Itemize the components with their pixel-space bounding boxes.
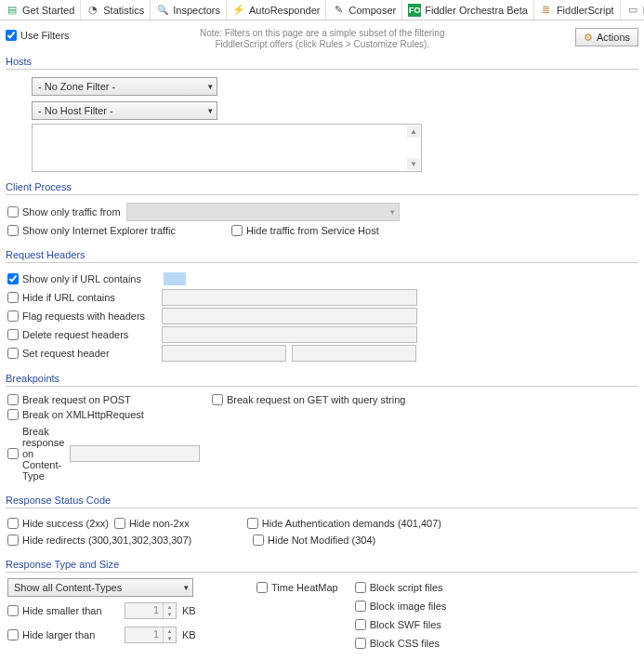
use-filters-label: Use Filters <box>20 30 70 41</box>
tab-label: Get Started <box>22 5 74 16</box>
show-url-contains-input[interactable] <box>7 273 19 284</box>
show-ie-checkbox[interactable]: Show only Internet Explorer traffic <box>7 225 176 236</box>
tab-composer[interactable]: Composer <box>326 0 402 20</box>
content-type-select[interactable]: Show all Content-Types ▾ <box>7 578 193 597</box>
fo-icon: FO <box>408 4 421 17</box>
flag-requests-headers-checkbox[interactable]: Flag requests with headers <box>7 310 156 322</box>
hide-url-contains-input[interactable] <box>7 292 19 303</box>
zone-filter-select[interactable]: - No Zone Filter - ▾ <box>32 77 217 96</box>
breakpoints-title: Breakpoints <box>6 373 638 384</box>
status-code-title: Response Status Code <box>6 495 638 506</box>
type-size-title: Response Type and Size <box>6 559 638 570</box>
hide-service-host-input[interactable] <box>231 225 243 236</box>
tab-label: Fiddler Orchestra Beta <box>425 5 528 16</box>
tab-get-started[interactable]: Get Started <box>0 0 81 20</box>
tab-orchestra[interactable]: FO Fiddler Orchestra Beta <box>402 0 534 20</box>
set-request-header-name-field[interactable] <box>162 345 286 362</box>
process-select[interactable]: ▾ <box>126 203 400 221</box>
hide-larger-spinner[interactable]: 1 ▲▼ <box>125 627 177 643</box>
hide-service-host-checkbox[interactable]: Hide traffic from Service Host <box>231 225 379 236</box>
scroll-up-icon[interactable] <box>407 125 420 138</box>
actions-button[interactable]: Actions <box>575 28 638 46</box>
hosts-textarea[interactable] <box>32 124 422 172</box>
set-request-header-input[interactable] <box>7 348 19 359</box>
delete-request-headers-input[interactable] <box>7 329 19 340</box>
scroll-down-icon[interactable] <box>407 158 420 170</box>
host-filter-select[interactable]: - No Host Filter - ▾ <box>32 101 217 120</box>
set-request-header-checkbox[interactable]: Set request header <box>7 348 156 359</box>
tab-log[interactable]: Log <box>621 0 644 20</box>
kb-label: KB <box>182 629 196 640</box>
break-get-checkbox[interactable]: Break request on GET with query string <box>212 394 405 405</box>
hide-url-contains-field[interactable] <box>162 289 417 306</box>
kb-label: KB <box>182 605 196 616</box>
lightning-icon <box>232 4 245 17</box>
block-css-checkbox[interactable]: Block CSS files <box>355 638 447 649</box>
chevron-down-icon: ▾ <box>390 207 395 217</box>
show-only-traffic-input[interactable] <box>7 206 19 218</box>
hide-url-contains-checkbox[interactable]: Hide if URL contains <box>7 292 156 303</box>
use-filters-checkbox[interactable]: Use Filters <box>6 30 70 41</box>
gear-icon <box>584 32 593 44</box>
show-url-contains-checkbox[interactable]: Show only if URL contains <box>7 273 156 284</box>
block-image-checkbox[interactable]: Block image files <box>355 601 447 612</box>
hide-larger-checkbox[interactable]: Hide larger than <box>7 629 119 640</box>
script-icon <box>540 4 553 17</box>
tab-autoresponder[interactable]: AutoResponder <box>227 0 326 20</box>
host-filter-value: - No Host Filter - <box>38 105 113 116</box>
tab-label: Inspectors <box>173 5 220 16</box>
log-icon <box>626 4 639 17</box>
tab-bar: Get Started Statistics Inspectors AutoRe… <box>0 0 644 20</box>
hide-redirects-checkbox[interactable]: Hide redirects (300,301,302,303,307) <box>7 535 227 546</box>
chevron-down-icon: ▾ <box>208 82 213 91</box>
hide-2xx-checkbox[interactable]: Hide success (2xx) <box>7 518 109 529</box>
show-ie-input[interactable] <box>7 225 19 236</box>
chevron-down-icon: ▾ <box>184 583 189 592</box>
clock-icon <box>86 4 99 17</box>
break-post-checkbox[interactable]: Break request on POST <box>7 394 193 405</box>
actions-label: Actions <box>597 32 630 43</box>
zone-filter-value: - No Zone Filter - <box>38 81 115 92</box>
hide-non2xx-checkbox[interactable]: Hide non-2xx <box>114 518 190 529</box>
tab-label: AutoResponder <box>249 5 320 16</box>
hide-smaller-spinner[interactable]: 1 ▲▼ <box>125 602 177 619</box>
hosts-title: Hosts <box>6 56 638 67</box>
block-script-checkbox[interactable]: Block script files <box>355 582 447 593</box>
set-request-header-value-field[interactable] <box>292 345 416 362</box>
time-heatmap-checkbox[interactable]: Time HeatMap <box>256 582 338 593</box>
delete-request-headers-field[interactable] <box>162 326 417 343</box>
tab-label: FiddlerScript <box>557 5 614 16</box>
use-filters-input[interactable] <box>6 30 17 41</box>
show-url-contains-field[interactable] <box>162 271 417 287</box>
flag-requests-headers-input[interactable] <box>7 310 19 322</box>
tab-inspectors[interactable]: Inspectors <box>151 0 227 20</box>
request-headers-title: Request Headers <box>6 249 638 260</box>
tab-label: Statistics <box>103 5 144 16</box>
client-process-title: Client Process <box>6 181 638 192</box>
filters-panel: Use Filters Note: Filters on this page a… <box>0 20 644 660</box>
hide-auth-checkbox[interactable]: Hide Authentication demands (401,407) <box>247 518 441 529</box>
magnifier-icon <box>156 4 169 17</box>
hide-304-checkbox[interactable]: Hide Not Modified (304) <box>253 535 375 546</box>
flag-requests-headers-field[interactable] <box>162 308 417 324</box>
pencil-icon <box>332 4 345 17</box>
break-xhr-checkbox[interactable]: Break on XMLHttpRequest <box>7 409 193 420</box>
chevron-down-icon: ▾ <box>208 106 213 115</box>
hide-smaller-checkbox[interactable]: Hide smaller than <box>7 605 119 616</box>
tab-fiddlerscript[interactable]: FiddlerScript <box>534 0 621 20</box>
delete-request-headers-checkbox[interactable]: Delete request headers <box>7 329 156 340</box>
doc-icon <box>6 4 19 17</box>
block-swf-checkbox[interactable]: Block SWF files <box>355 619 447 630</box>
tab-label: Composer <box>348 5 396 16</box>
show-only-traffic-checkbox[interactable]: Show only traffic from <box>7 206 121 218</box>
break-content-type-checkbox[interactable]: Break response on Content-Type <box>7 426 64 482</box>
note-text: Note: Filters on this page are a simple … <box>77 28 568 50</box>
tab-statistics[interactable]: Statistics <box>81 0 151 20</box>
break-content-type-field[interactable] <box>70 445 200 462</box>
